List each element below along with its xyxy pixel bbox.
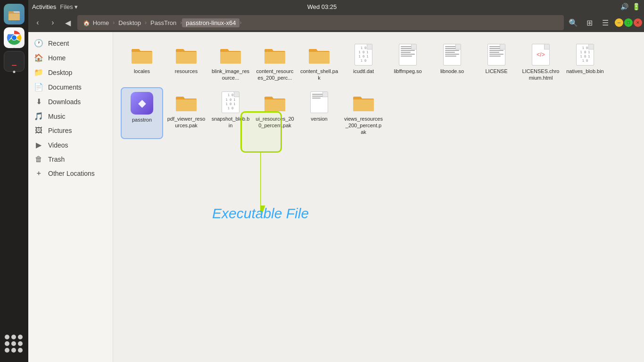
documents-icon: 📄 bbox=[34, 82, 43, 91]
executable-icon bbox=[131, 92, 153, 115]
file-content-shell-name: content_shell.pak bbox=[300, 68, 339, 82]
file-resources[interactable]: resources bbox=[165, 40, 207, 85]
sidebar-item-other[interactable]: ＋ Other Locations bbox=[28, 166, 113, 181]
file-libnode[interactable]: libnode.so bbox=[431, 40, 473, 85]
file-pdf-viewer[interactable]: pdf_viewer_resources.pak bbox=[165, 87, 207, 140]
file-passtron-name: passtron bbox=[132, 116, 152, 123]
sidebar-item-recent[interactable]: 🕐 Recent bbox=[28, 36, 113, 50]
file-content-shell[interactable]: content_shell.pak bbox=[298, 40, 340, 85]
sidebar-item-downloads[interactable]: ⬇ Downloads bbox=[28, 94, 113, 109]
file-grid: locales resources bbox=[121, 40, 636, 139]
sidebar-item-music-label: Music bbox=[48, 113, 66, 120]
forward-button[interactable]: › bbox=[45, 15, 60, 30]
titlebar: ‹ › ◀ 🏠 Home › Desktop › PassTron › pass… bbox=[28, 13, 644, 32]
sidebar-item-music[interactable]: 🎵 Music bbox=[28, 109, 113, 123]
window-close[interactable]: ✕ bbox=[634, 18, 642, 27]
sidebar-item-documents[interactable]: 📄 Documents bbox=[28, 80, 113, 94]
top-bar: Activities Files ▾ Wed 03:25 🔊 🔋 bbox=[28, 0, 644, 13]
file-libffmpeg[interactable]: libffmpeg.so bbox=[387, 40, 429, 85]
sidebar-item-trash-label: Trash bbox=[48, 156, 65, 163]
file-snapshot-blob-name: snapshot_blob.bin bbox=[211, 115, 250, 129]
file-views-resources-name: views_resources_200_percent.pak bbox=[344, 115, 383, 136]
other-locations-icon: ＋ bbox=[34, 169, 43, 178]
back-button[interactable]: ‹ bbox=[30, 15, 45, 30]
sidebar-item-home[interactable]: 🏠 Home bbox=[28, 50, 113, 65]
sidebar-item-videos-label: Videos bbox=[48, 141, 68, 149]
file-passtron[interactable]: passtron bbox=[121, 87, 163, 140]
sidebar-item-downloads-label: Downloads bbox=[48, 98, 81, 106]
file-snapshot-blob[interactable]: 1 01 0 11 0 11 0 snapshot_blob.bin bbox=[209, 87, 252, 140]
recent-icon: 🕐 bbox=[34, 39, 43, 48]
sidebar: 🕐 Recent 🏠 Home 📁 Desktop 📄 Documents ⬇ bbox=[28, 32, 113, 362]
file-area: locales resources bbox=[113, 32, 644, 362]
videos-icon: ▶ bbox=[34, 140, 43, 149]
file-libffmpeg-name: libffmpeg.so bbox=[394, 68, 421, 74]
breadcrumb-passtron-linux[interactable]: passtron-linux-x64 bbox=[182, 18, 239, 27]
sidebar-item-trash[interactable]: 🗑 Trash bbox=[28, 152, 113, 166]
breadcrumb-home[interactable]: 🏠 Home bbox=[79, 18, 113, 27]
file-license-name: LICENSE bbox=[485, 68, 507, 74]
sidebar-item-desktop-label: Desktop bbox=[48, 69, 72, 76]
file-locales[interactable]: locales bbox=[121, 40, 163, 85]
file-content-resources-name: content_resources_200_perc... bbox=[256, 68, 294, 82]
file-ui-resources[interactable]: ui_resources_200_percent.pak bbox=[254, 87, 296, 140]
file-content-resources[interactable]: content_resources_200_perc... bbox=[254, 40, 296, 85]
file-views-resources[interactable]: views_resources_200_percent.pak bbox=[342, 87, 385, 140]
sidebar-item-pictures[interactable]: 🖼 Pictures bbox=[28, 123, 113, 138]
music-icon: 🎵 bbox=[34, 112, 43, 121]
menu-button[interactable]: ☰ bbox=[598, 15, 613, 30]
file-licenses-chromium-name: LICENSES.chromium.html bbox=[521, 68, 560, 82]
content-area: 🕐 Recent 🏠 Home 📁 Desktop 📄 Documents ⬇ bbox=[28, 32, 644, 362]
file-icudtl-name: icudtl.dat bbox=[353, 68, 374, 74]
sidebar-item-other-label: Other Locations bbox=[48, 170, 95, 177]
breadcrumb-bar: 🏠 Home › Desktop › PassTron › passtron-l… bbox=[77, 15, 564, 30]
file-license[interactable]: LICENSE bbox=[475, 40, 518, 85]
volume-icon[interactable]: 🔊 bbox=[620, 3, 628, 10]
file-version-name: version bbox=[311, 115, 327, 122]
file-licenses-chromium[interactable]: </> LICENSES.chromium.html bbox=[520, 40, 562, 85]
history-back-button[interactable]: ◀ bbox=[60, 15, 75, 30]
sidebar-item-videos[interactable]: ▶ Videos bbox=[28, 138, 113, 152]
file-version[interactable]: version bbox=[298, 87, 340, 140]
breadcrumb-passtron[interactable]: PassTron bbox=[147, 18, 180, 27]
dock-files[interactable] bbox=[4, 4, 25, 25]
sidebar-item-pictures-label: Pictures bbox=[48, 127, 72, 134]
battery-icon[interactable]: 🔋 bbox=[632, 3, 640, 10]
annotation-arrow bbox=[260, 151, 284, 213]
sidebar-item-desktop[interactable]: 📁 Desktop bbox=[28, 65, 113, 80]
activities-button[interactable]: Activities bbox=[32, 3, 56, 10]
sidebar-item-documents-label: Documents bbox=[48, 83, 82, 91]
file-natives-blob[interactable]: 1 01 0 11 0 11 0 natives_blob.bin bbox=[564, 40, 606, 85]
sidebar-item-recent-label: Recent bbox=[48, 40, 69, 47]
file-resources-name: resources bbox=[175, 68, 198, 74]
svg-point-3 bbox=[12, 35, 17, 40]
file-blink-image[interactable]: blink_image_resource... bbox=[209, 40, 252, 85]
desktop-icon: 📁 bbox=[34, 68, 43, 77]
dock-chrome[interactable] bbox=[4, 27, 25, 48]
show-apps[interactable] bbox=[4, 334, 25, 354]
file-icudtl[interactable]: 1 01 0 11 0 11 0 icudtl.dat bbox=[342, 40, 385, 85]
breadcrumb-desktop[interactable]: Desktop bbox=[115, 18, 145, 27]
file-libnode-name: libnode.so bbox=[440, 68, 464, 74]
home-icon: 🏠 bbox=[34, 53, 43, 62]
downloads-icon: ⬇ bbox=[34, 97, 43, 106]
window-minimize[interactable]: ─ bbox=[615, 18, 623, 27]
file-blink-image-name: blink_image_resource... bbox=[211, 68, 250, 82]
file-ui-resources-name: ui_resources_200_percent.pak bbox=[256, 115, 294, 129]
window-maximize[interactable]: □ bbox=[624, 18, 633, 27]
file-locales-name: locales bbox=[134, 68, 150, 74]
dock-terminal[interactable]: _ bbox=[4, 51, 25, 72]
breadcrumb-home-label: Home bbox=[93, 19, 109, 26]
sidebar-item-home-label: Home bbox=[48, 54, 66, 62]
search-button[interactable]: 🔍 bbox=[566, 15, 581, 30]
pictures-icon: 🖼 bbox=[34, 126, 43, 135]
clock: Wed 03:25 bbox=[307, 3, 337, 10]
annotation-label: Executable File bbox=[212, 206, 309, 222]
dock: _ bbox=[0, 0, 28, 362]
trash-icon: 🗑 bbox=[34, 155, 43, 164]
file-natives-blob-name: natives_blob.bin bbox=[566, 68, 604, 74]
file-pdf-viewer-name: pdf_viewer_resources.pak bbox=[167, 115, 206, 129]
app-menu[interactable]: Files ▾ bbox=[60, 3, 77, 10]
view-grid-button[interactable]: ⊞ bbox=[582, 15, 597, 30]
